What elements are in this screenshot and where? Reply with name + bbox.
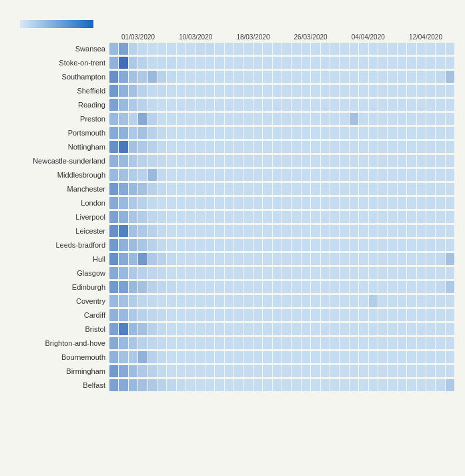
heatmap-cell [302,267,310,279]
heatmap-cell [215,99,223,111]
heatmap-cell [129,99,137,111]
heatmap-cell [446,323,454,335]
heatmap-cell [340,197,348,209]
heatmap-cell [186,295,195,307]
heatmap-cell [302,379,310,391]
heatmap-cell [292,211,300,223]
heatmap-cell [254,253,262,265]
heatmap-cell [378,85,387,97]
heatmap-cell [119,281,127,293]
heatmap-cell [282,127,291,139]
cell-row [109,365,454,377]
heatmap-cell [426,211,435,223]
heatmap-cell [177,113,185,125]
heatmap-cell [148,155,157,167]
heatmap-cell [119,183,127,195]
heatmap-cell [426,141,435,153]
heatmap-cell [398,351,406,363]
heatmap-cell [157,127,166,139]
heatmap-cell [148,211,157,223]
heatmap-cell [350,253,358,265]
heatmap-cell [234,113,243,125]
heatmap-cell [436,127,444,139]
heatmap-cell [292,197,300,209]
heatmap-cell [215,43,223,55]
heatmap-cell [177,239,185,251]
heatmap-cell [426,169,435,181]
heatmap-cell [196,295,205,307]
legend [11,20,454,28]
heatmap-cell [215,225,223,237]
heatmap-cell [244,267,252,279]
heatmap-cell [254,155,262,167]
table-row: Newcastle-sunderland [11,154,454,168]
heatmap-cell [321,71,330,83]
heatmap-cell [254,295,262,307]
heatmap-cell [302,155,310,167]
city-label: Brighton-and-hove [11,339,109,347]
heatmap-cell [359,253,368,265]
heatmap-cell [378,71,387,83]
city-label: Swansea [11,45,109,53]
heatmap-cell [426,323,435,335]
heatmap-cell [292,127,300,139]
heatmap-cell [148,351,157,363]
heatmap-cell [407,323,416,335]
heatmap-cell [436,337,444,349]
heatmap-cell [196,99,205,111]
table-row: Reading [11,98,454,111]
heatmap-cell [177,71,185,83]
heatmap-cell [359,337,368,349]
heatmap-cell [436,43,444,55]
heatmap-cell [215,57,223,69]
heatmap-cell [369,141,378,153]
heatmap-cell [388,267,396,279]
heatmap-cell [340,253,348,265]
heatmap-cell [215,239,223,251]
heatmap-cell [446,365,454,377]
cell-row [109,99,454,111]
heatmap-cell [436,169,444,181]
date-label: 18/03/2020 [224,33,282,41]
heatmap-cell [273,309,282,321]
heatmap-cell [311,323,320,335]
heatmap-cell [350,323,358,335]
heatmap-cell [417,211,426,223]
heatmap-cell [321,211,330,223]
heatmap-cell [369,267,378,279]
heatmap-cell [417,99,426,111]
heatmap-cell [225,239,234,251]
heatmap-cell [426,43,435,55]
cell-row [109,337,454,349]
heatmap-cell [244,365,252,377]
heatmap-cell [321,281,330,293]
heatmap-cell [359,183,368,195]
heatmap-cell [302,281,310,293]
city-label: Sheffield [11,87,109,95]
heatmap-cell [177,169,185,181]
heatmap-cell [340,309,348,321]
heatmap-cell [350,239,358,251]
heatmap-cell [282,379,291,391]
heatmap-cell [225,183,234,195]
heatmap-cell [225,267,234,279]
heatmap-cell [292,155,300,167]
heatmap-cell [119,141,127,153]
heatmap-cell [311,85,320,97]
heatmap-cell [196,113,205,125]
heatmap-cell [398,71,406,83]
heatmap-cell [254,225,262,237]
heatmap-cell [167,85,175,97]
city-label: Glasgow [11,269,109,277]
heatmap-cell [129,71,137,83]
heatmap-cell [282,365,291,377]
heatmap-cell [369,43,378,55]
heatmap-cell [407,155,416,167]
city-label: Belfast [11,381,109,389]
heatmap-cell [196,71,205,83]
heatmap-cell [205,113,214,125]
heatmap-cell [417,239,426,251]
heatmap-cell [446,71,454,83]
heatmap-cell [225,43,234,55]
heatmap-cell [109,85,118,97]
